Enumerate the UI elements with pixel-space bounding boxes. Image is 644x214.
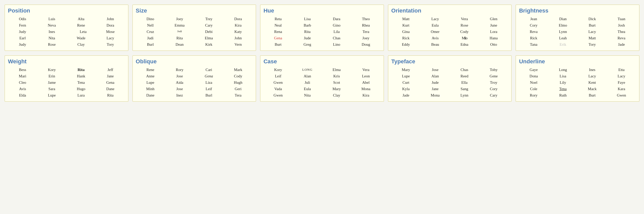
name-cell: Matt xyxy=(578,35,607,41)
name-cell: Leta xyxy=(66,29,96,35)
name-cell: Rena xyxy=(263,29,293,35)
name-cell: Jeff xyxy=(96,67,125,73)
name-cell: Kyla xyxy=(391,86,420,92)
name-cell: Bess xyxy=(8,67,37,73)
name-grid-size: DinoJoeyTreyDoraNellEmmaCaryKiraCruzJodi… xyxy=(136,16,253,47)
name-cell: Thea xyxy=(607,29,636,35)
name-cell: Dane xyxy=(96,86,125,92)
name-cell: Tuan xyxy=(607,16,636,22)
name-cell: Katy xyxy=(224,29,253,35)
panel-title-position: Position xyxy=(8,7,125,14)
name-cell: Dian xyxy=(548,16,578,22)
name-cell: Rory xyxy=(165,67,194,73)
name-cell: Long xyxy=(548,67,578,73)
name-cell: Rick xyxy=(519,35,548,41)
name-cell: Eula xyxy=(420,22,450,28)
name-cell: Ella xyxy=(450,80,479,86)
name-cell: Wade xyxy=(66,35,96,41)
name-cell: Dean xyxy=(165,42,194,47)
name-cell: Nell xyxy=(136,22,165,28)
name-cell: Odis xyxy=(8,16,37,22)
name-cell: Matt xyxy=(391,16,420,22)
name-cell: Dara xyxy=(322,16,351,22)
name-cell: Jodi xyxy=(165,29,194,35)
name-cell: Etta xyxy=(607,67,636,73)
name-cell: Rick xyxy=(391,35,420,41)
name-cell: Lila xyxy=(322,29,351,35)
name-grid-underline: GayeLongInesEttaDonaLisaLacyLacyNoelLily… xyxy=(519,67,636,98)
panel-orientation: OrientationMattLacyVeraGlenKurtEulaRoseJ… xyxy=(388,5,512,51)
name-cell: Sara xyxy=(37,86,66,92)
name-cell: Clay xyxy=(66,42,96,47)
panel-title-weight: Weight xyxy=(8,58,125,65)
name-cell: Lisa xyxy=(293,16,322,22)
name-cell: Cari xyxy=(194,67,223,73)
name-cell: Rory xyxy=(519,92,548,98)
name-cell: Avis xyxy=(8,86,37,92)
name-cell: Lacy xyxy=(578,29,607,35)
name-cell: Juli xyxy=(293,80,322,86)
name-cell: Clay xyxy=(322,92,351,98)
name-cell: Cole xyxy=(519,86,548,92)
name-cell: Lisa xyxy=(548,73,578,79)
name-cell: Mark xyxy=(224,67,253,73)
name-cell: Faye xyxy=(607,80,636,86)
name-cell: Burl xyxy=(194,92,223,98)
name-grid-typeface: MaryJoseChasTobyLupeAlanReedGeneCurtJude… xyxy=(391,67,508,98)
name-grid-hue: RetaLisaDaraTheoNealBarbGinoRheaRenaRita… xyxy=(263,16,381,47)
name-cell: Lora xyxy=(479,29,508,35)
name-cell: Dane xyxy=(136,92,165,98)
name-cell: Kory xyxy=(37,67,66,73)
name-cell: Leon xyxy=(351,73,380,79)
name-cell: Elma xyxy=(322,67,351,73)
name-cell: Eddy xyxy=(391,42,420,47)
name-cell: Lacy xyxy=(96,35,125,41)
name-cell: Rhea xyxy=(351,22,380,28)
name-cell: Rita xyxy=(66,67,96,73)
panel-brightness: BrightnessJeanDianDickTuanCoryElmoBurtJo… xyxy=(516,5,639,51)
name-cell: Emma xyxy=(165,22,194,28)
panel-title-orientation: Orientation xyxy=(391,7,508,14)
name-cell: Anne xyxy=(136,73,165,79)
name-cell: Gena xyxy=(194,73,223,79)
name-cell: Lacy xyxy=(578,73,607,79)
panel-hue: HueRetaLisaDaraTheoNealBarbGinoRheaRenaR… xyxy=(260,5,384,51)
name-cell: John xyxy=(96,16,125,22)
name-cell: Cody xyxy=(224,73,253,79)
name-cell: John xyxy=(224,35,253,41)
name-cell: Hana xyxy=(479,35,508,41)
name-cell: Scot xyxy=(322,80,351,86)
name-cell: Fern xyxy=(8,22,37,28)
name-cell: Lacy xyxy=(607,73,636,79)
name-cell: Theo xyxy=(351,16,380,22)
name-cell: Beau xyxy=(420,42,450,47)
name-cell: Otto xyxy=(479,42,508,47)
name-cell: Cary xyxy=(194,22,223,28)
name-cell: Edna xyxy=(450,42,479,47)
name-cell: Jane xyxy=(96,73,125,79)
name-cell: Burt xyxy=(578,92,607,98)
name-cell: Geri xyxy=(224,86,253,92)
name-cell: Burl xyxy=(136,42,165,47)
name-cell: Burt xyxy=(263,42,293,47)
name-cell: Luis xyxy=(37,16,66,22)
name-cell: Lura xyxy=(66,92,96,98)
name-cell: Lupe xyxy=(37,92,66,98)
name-cell: Mona xyxy=(420,92,450,98)
name-cell: Leah xyxy=(548,35,578,41)
name-cell: Tena xyxy=(66,80,96,86)
name-cell: Rene xyxy=(136,67,165,73)
name-cell: June xyxy=(479,22,508,28)
name-cell: Rose xyxy=(37,42,66,47)
name-cell: Gaye xyxy=(519,67,548,73)
name-cell: Jade xyxy=(607,42,636,47)
panel-underline: UnderlineGayeLongInesEttaDonaLisaLacyLac… xyxy=(516,55,639,102)
panel-position: PositionOdisLuisAltaJohnFernNevaReneDora… xyxy=(5,5,128,51)
name-cell: Jame xyxy=(37,80,66,86)
panel-oblique: ObliqueReneRoryCariMarkAnneJoseGenaCodyL… xyxy=(132,55,256,102)
name-cell: Ruth xyxy=(548,92,578,98)
name-cell: Gene xyxy=(479,73,508,79)
name-cell: Tera xyxy=(351,29,380,35)
name-cell: Josh xyxy=(607,22,636,28)
name-cell: Lupe xyxy=(136,80,165,86)
